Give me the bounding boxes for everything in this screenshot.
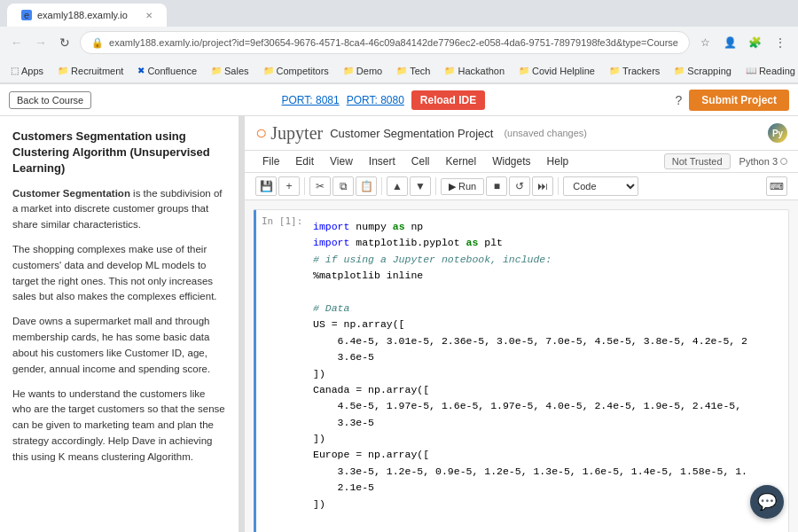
add-cell-button[interactable]: + (278, 176, 300, 196)
folder-icon-3: 📁 (263, 66, 274, 75)
keyboard-shortcuts-button[interactable]: ⌨ (766, 176, 787, 196)
bookmark-demo[interactable]: 📁 Demo (340, 64, 386, 78)
bookmark-trackers[interactable]: 📁 Trackers (606, 64, 663, 78)
cell-header: In [1]: import numpy as np import matplo… (256, 210, 788, 532)
restart-run-button[interactable]: ⏭ (532, 176, 553, 196)
code-line-19 (313, 512, 783, 528)
cut-button[interactable]: ✂ (309, 176, 331, 196)
extension-icon[interactable]: 🧩 (745, 32, 766, 53)
folder-icon: 📁 (58, 66, 68, 75)
menu-file[interactable]: File (255, 153, 286, 170)
bookmark-star-icon[interactable]: ☆ (695, 32, 716, 53)
copy-button[interactable]: ⧉ (332, 176, 354, 196)
bookmark-scrapping[interactable]: 📁 Scrapping (670, 64, 735, 78)
code-line-18: ]) (313, 497, 783, 512)
notebook-area: ○ Jupyter Customer Segmentation Project … (245, 116, 798, 532)
tab-favicon: e (21, 10, 32, 20)
help-icon[interactable]: ? (676, 93, 683, 107)
code-line-13: 3.3e-5 (313, 415, 783, 431)
code-line-17: 2.1e-5 (313, 480, 783, 496)
chat-bubble-button[interactable]: 💬 (750, 485, 784, 519)
browser-chrome: e examly188.examly.io ✕ ← → ↻ 🔒 examly18… (0, 0, 798, 84)
code-line-16: 3.3e-5, 1.2e-5, 0.9e-5, 1.2e-5, 1.3e-5, … (313, 464, 783, 480)
toolbar-center: PORT: 8081 PORT: 8080 Reload IDE (98, 90, 668, 110)
reading-list-icon: 📖 (746, 66, 756, 75)
folder-icon-4: 📁 (343, 66, 354, 75)
folder-icon-6: 📁 (444, 66, 455, 75)
code-line-7: US = np.array([ (313, 317, 783, 332)
folder-icon-2: 📁 (211, 66, 222, 75)
jupyter-toolbar: 💾 + ✂ ⧉ 📋 ▲ ▼ ▶ Run ■ ↺ ⏭ Code Markdown … (245, 173, 798, 200)
not-trusted-button[interactable]: Not Trusted (664, 153, 731, 169)
submit-project-button[interactable]: Submit Project (689, 90, 789, 111)
sidebar-para-4: He wants to understand the customers lik… (12, 387, 226, 466)
menu-cell[interactable]: Cell (404, 153, 437, 170)
python-icon: Py (768, 123, 787, 143)
sidebar-para-3: Dave owns a supermarket mall and through… (12, 314, 226, 377)
notebook-content[interactable]: In [1]: import numpy as np import matplo… (245, 200, 798, 532)
menu-view[interactable]: View (323, 153, 360, 170)
jupyter-header: ○ Jupyter Customer Segmentation Project … (245, 116, 798, 151)
port-8080-link[interactable]: PORT: 8080 (347, 94, 404, 106)
code-line-9: 3.6e-5 (313, 349, 783, 365)
stop-button[interactable]: ■ (486, 176, 507, 196)
menu-help[interactable]: Help (540, 153, 576, 170)
menu-edit[interactable]: Edit (288, 153, 321, 170)
save-button[interactable]: 💾 (255, 176, 277, 196)
menu-insert[interactable]: Insert (362, 153, 403, 170)
toolbar-divider-3 (435, 177, 436, 195)
sidebar-title: Customers Segmentation using Clustering … (12, 129, 226, 177)
sidebar: Customers Segmentation using Clustering … (0, 116, 239, 532)
move-down-button[interactable]: ▼ (410, 176, 431, 196)
tab-close-icon[interactable]: ✕ (145, 11, 153, 20)
jupyter-menu: File Edit View Insert Cell Kernel Widget… (245, 151, 798, 173)
sidebar-para-1: Customer Segmentation is the subdivision… (12, 186, 226, 233)
cell-code[interactable]: import numpy as np import matplotlib.pyp… (313, 215, 783, 532)
browser-tab[interactable]: e examly188.examly.io ✕ (7, 4, 167, 27)
code-line-12: 4.5e-5, 1.97e-5, 1.6e-5, 1.97e-5, 4.0e-5… (313, 398, 783, 414)
code-line-10: ]) (313, 366, 783, 382)
move-up-button[interactable]: ▲ (387, 176, 408, 196)
bookmark-hackathon[interactable]: 📁 Hackathon (441, 64, 508, 78)
menu-widgets[interactable]: Widgets (485, 153, 537, 170)
browser-tabs: e examly188.examly.io ✕ (0, 0, 798, 27)
reload-ide-button[interactable]: Reload IDE (411, 90, 485, 110)
restart-button[interactable]: ↺ (509, 176, 530, 196)
cell-input-label: In [1]: (262, 215, 306, 227)
unsaved-changes-text: (unsaved changes) (504, 128, 587, 138)
code-line-15: Europe = np.array([ (313, 447, 783, 463)
profile-icon[interactable]: 👤 (720, 32, 741, 53)
toolbar-divider-2 (381, 177, 382, 195)
back-to-course-button[interactable]: Back to Course (9, 91, 91, 109)
bookmark-tech[interactable]: 📁 Tech (393, 64, 434, 78)
kernel-circle-icon (780, 158, 787, 165)
code-line-11: Canada = np.array([ (313, 382, 783, 398)
port-8081-link[interactable]: PORT: 8081 (282, 94, 340, 106)
bookmark-competitors[interactable]: 📁 Competitors (260, 64, 332, 78)
folder-icon-8: 📁 (609, 66, 620, 75)
back-nav-button[interactable]: ← (7, 32, 26, 53)
bookmarks-bar: ⬚ Apps 📁 Recruitment ✖ Confluence 📁 Sale… (0, 59, 798, 83)
page-toolbar: Back to Course PORT: 8081 PORT: 8080 Rel… (0, 84, 798, 116)
code-line-3: # if using a Jupyter notebook, include: (313, 252, 783, 268)
toolbar-divider-4 (558, 177, 559, 195)
apps-grid-icon: ⬚ (11, 66, 19, 75)
run-button[interactable]: ▶ Run (441, 178, 484, 195)
bookmark-sales[interactable]: 📁 Sales (207, 64, 253, 78)
bookmark-recruitment[interactable]: 📁 Recruitment (54, 64, 127, 78)
menu-kernel[interactable]: Kernel (439, 153, 484, 170)
cell-type-select[interactable]: Code Markdown Raw (563, 176, 638, 196)
more-icon[interactable]: ⋮ (770, 32, 791, 53)
forward-nav-button[interactable]: → (31, 32, 50, 53)
paste-button[interactable]: 📋 (356, 176, 377, 196)
folder-icon-7: 📁 (519, 66, 529, 75)
toolbar-divider-1 (304, 177, 305, 195)
reload-nav-button[interactable]: ↻ (56, 32, 74, 53)
code-line-4: %matplotlib inline (313, 268, 783, 284)
bookmark-apps[interactable]: ⬚ Apps (7, 64, 47, 78)
address-bar[interactable]: 🔒 examly188.examly.io/project?id=9ef3065… (80, 31, 690, 54)
bookmark-confluence[interactable]: ✖ Confluence (134, 64, 200, 78)
bookmark-reading-list[interactable]: 📖 Reading list (742, 64, 798, 78)
folder-icon-5: 📁 (396, 66, 407, 75)
bookmark-covid[interactable]: 📁 Covid Helpline (515, 64, 598, 78)
